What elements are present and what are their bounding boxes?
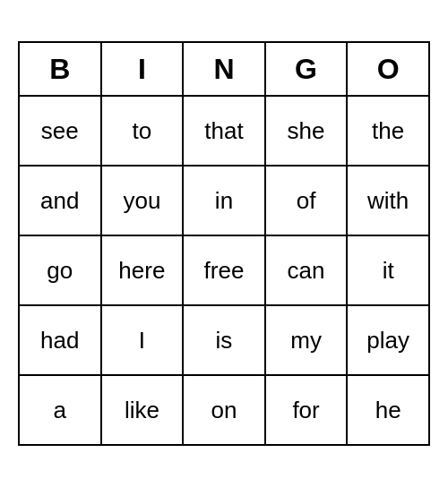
bingo-cell: free: [183, 235, 265, 305]
bingo-row: andyouinofwith: [19, 166, 429, 235]
bingo-cell: it: [347, 235, 429, 305]
bingo-cell: of: [265, 166, 348, 235]
bingo-header-cell: O: [347, 42, 429, 96]
bingo-cell: and: [19, 166, 101, 235]
bingo-row: seetothatshethe: [19, 96, 429, 166]
bingo-body: seetothatshetheandyouinofwithgoherefreec…: [19, 96, 429, 445]
bingo-cell: see: [19, 96, 101, 166]
bingo-cell: with: [347, 166, 429, 235]
bingo-cell: a: [19, 375, 101, 445]
bingo-row: alikeonforhe: [19, 375, 429, 445]
bingo-cell: play: [347, 305, 429, 375]
bingo-cell: you: [101, 166, 184, 235]
bingo-row: hadIismyplay: [19, 305, 429, 375]
bingo-header-cell: I: [101, 42, 184, 96]
bingo-row: goherefreecanit: [19, 235, 429, 305]
bingo-cell: can: [265, 235, 348, 305]
bingo-cell: is: [183, 305, 265, 375]
bingo-cell: on: [183, 375, 265, 445]
bingo-cell: had: [19, 305, 101, 375]
bingo-cell: the: [347, 96, 429, 166]
bingo-header-cell: G: [265, 42, 348, 96]
bingo-cell: in: [183, 166, 265, 235]
bingo-cell: like: [101, 375, 184, 445]
bingo-cell: go: [19, 235, 101, 305]
bingo-cell: to: [101, 96, 184, 166]
bingo-cell: she: [265, 96, 348, 166]
bingo-cell: for: [265, 375, 348, 445]
bingo-card: BINGO seetothatshetheandyouinofwithgoher…: [18, 41, 430, 446]
bingo-header-cell: B: [19, 42, 101, 96]
bingo-header-cell: N: [183, 42, 265, 96]
bingo-cell: here: [101, 235, 184, 305]
bingo-header-row: BINGO: [19, 42, 429, 96]
bingo-cell: that: [183, 96, 265, 166]
bingo-cell: my: [265, 305, 348, 375]
bingo-cell: he: [347, 375, 429, 445]
bingo-cell: I: [101, 305, 184, 375]
